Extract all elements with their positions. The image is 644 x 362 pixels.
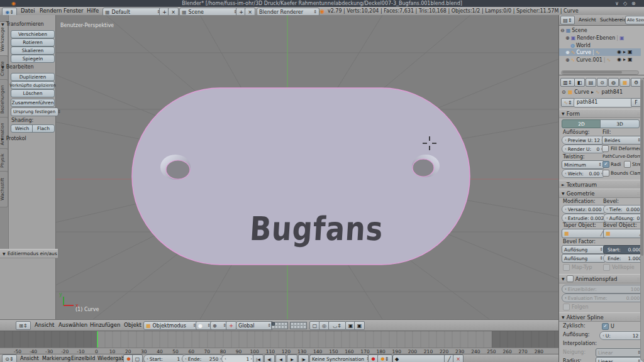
window-minimize-icon[interactable]: ∨ (615, 1, 619, 6)
tab-beziehungen[interactable]: Beziehungen (0, 79, 8, 119)
menu-datei[interactable]: Datei (18, 7, 38, 15)
expand-minus-icon[interactable]: ⊖ (560, 28, 565, 33)
tab-animation[interactable]: Animation (0, 117, 8, 151)
window-maximize-icon[interactable]: ◇ (623, 1, 627, 6)
tab-render-layers-icon[interactable]: ▤ (586, 78, 596, 87)
panel-header-animationspfad[interactable]: ▼ Animationspfad :: (559, 274, 643, 283)
step-left-arrow[interactable]: ‹ (147, 356, 148, 361)
shading-weich-button[interactable]: Weich (11, 124, 33, 133)
fill-caps-checkbox[interactable] (603, 264, 610, 271)
step-left-arrow[interactable]: ‹ (565, 216, 567, 221)
bounds-clamp-checkbox[interactable] (602, 170, 609, 177)
snap-magnet-button[interactable]: ◡⇕ (328, 321, 346, 330)
bevel-resolution-field[interactable]: ‹ Auflösung: 0 › (603, 214, 644, 222)
map-taper-checkbox[interactable] (563, 264, 570, 271)
expand-plus-icon[interactable]: ⊕ (565, 50, 570, 55)
panel-header-geometrie[interactable]: ▼ Geometrie :: (559, 189, 643, 198)
id-type-button[interactable]: ∿⇕ (561, 98, 575, 107)
shading-flach-button[interactable]: Flach (32, 124, 55, 133)
next-keyframe-button[interactable]: |▶ (298, 354, 309, 362)
verschieben-button[interactable]: Verschieben (11, 30, 55, 38)
jump-to-start-button[interactable]: |◀ (253, 354, 264, 362)
step-left-arrow[interactable]: ‹ (565, 138, 567, 143)
frame-start-field[interactable]: ‹ Start: 1 › (143, 354, 186, 362)
outliner-item-curve001[interactable]: ⊕ ∿ Curve.001 | ∿ (565, 57, 611, 63)
spiegeln-button[interactable]: Spiegeln (11, 55, 55, 63)
outliner-item-curve[interactable]: ⊕ ∿ Curve | ∿ (565, 49, 599, 56)
opengl-render-anim-button[interactable]: ▣ (354, 321, 365, 330)
panel-header-editiermodus[interactable]: ▼ Editiermodus ein/aus (0, 249, 58, 258)
selectable-icon[interactable]: ▸ (623, 49, 626, 55)
bevel-object-field[interactable]: ■ ╱ (603, 229, 644, 238)
panel-header-bearbeiten[interactable]: ▼ Bearbeiten (1, 64, 54, 70)
renderable-icon[interactable]: ▣ (628, 49, 633, 55)
timeline-menu-ansicht[interactable]: Ansicht (17, 354, 42, 362)
cyclic-u-checkbox[interactable]: ✓ (602, 323, 609, 330)
keying-set-button[interactable]: ● ⇕ (377, 354, 392, 362)
selectable-icon[interactable]: ▸ (623, 57, 626, 62)
step-left-arrow[interactable]: ‹ (606, 207, 608, 212)
eye-icon[interactable]: ◉ (617, 49, 621, 55)
zusammenfuehren-button[interactable]: Zusammenführen (11, 99, 55, 107)
panel-header-aktiver-spline[interactable]: ▼ Aktiver Spline :: (559, 312, 643, 322)
tab-physik[interactable]: Physik (0, 148, 8, 173)
fill-deformed-checkbox[interactable] (602, 145, 609, 152)
bevel-factor-start-field[interactable]: Start: 0.000 (603, 245, 644, 254)
evaluation-time-field[interactable]: ‹ Evaluation Time: 0.000 › (562, 293, 644, 302)
expand-plus-icon[interactable]: ⊕ (565, 35, 570, 41)
ursprung-festlegen-dropdown[interactable]: Ursprung festlegen ⇕ (11, 107, 58, 116)
outliner-item-scene[interactable]: ⊖ ▦ Scene (560, 27, 587, 34)
render-u-field[interactable]: ‹ Render U: 0 › (562, 145, 606, 153)
layer-cell[interactable] (303, 326, 306, 329)
follow-checkbox[interactable] (563, 304, 570, 310)
duplizieren-button[interactable]: Duplizieren (11, 73, 55, 81)
outliner-menu-ansicht[interactable]: Ansicht (575, 16, 599, 24)
step-left-arrow[interactable]: ‹ (225, 356, 226, 361)
clear-keying-set-button[interactable]: × (453, 354, 464, 362)
bevel-factor-end-field[interactable]: Ende: 1.000 (603, 254, 644, 263)
lock-button[interactable]: ▢ (132, 354, 143, 362)
loeschen-button[interactable]: Löschen (11, 89, 55, 97)
viewport-menu-objekt[interactable]: Objekt (121, 321, 145, 329)
preview-u-field[interactable]: ‹ Preview U: 12 › (562, 136, 606, 145)
skalieren-button[interactable]: Skalieren (11, 47, 55, 55)
viewport-menu-hinzufuegen[interactable]: Hinzufügen (87, 321, 123, 329)
radius-interpolation-dropdown[interactable]: Linear ⇕ (596, 357, 643, 362)
taper-object-field[interactable]: ■ ╱ (562, 229, 606, 238)
tab-wachsstift[interactable]: Wachsstift (0, 171, 8, 207)
expand-plus-icon[interactable]: ⊕ (565, 57, 570, 63)
play-reverse-button[interactable]: ◀ (275, 354, 286, 362)
sync-dropdown[interactable]: Keine Synchronisation ⇕ (309, 354, 369, 362)
play-button[interactable]: ▶ (287, 354, 297, 362)
twisting-dropdown[interactable]: Minimum ⇕ (562, 160, 604, 169)
renderable-icon[interactable]: ▣ (628, 57, 633, 62)
rotieren-button[interactable]: Rotieren (11, 38, 55, 47)
menu-hilfe[interactable]: Hilfe (84, 7, 102, 15)
tab-scene-icon[interactable]: ⊙ (597, 78, 608, 87)
offset-field[interactable]: ‹ Versatz: 0.000 › (562, 205, 607, 214)
eye-icon[interactable]: ◉ (617, 57, 621, 62)
editor-type-3dview-button[interactable]: ⊞⇕ (16, 321, 31, 330)
breadcrumb-object[interactable]: Curve (574, 89, 589, 95)
panel-header-protokoll[interactable]: ► Protokol (1, 136, 54, 141)
viewport-menu-ansicht[interactable]: Ansicht (31, 321, 57, 329)
radius-checkbox[interactable]: ✓ (602, 161, 609, 168)
editor-type-timeline-button[interactable]: ⊙⇕ (2, 354, 17, 362)
step-left-arrow[interactable]: ‹ (565, 207, 567, 212)
bevel-factor-end-mapping[interactable]: Auflösung ⇕ (562, 254, 606, 263)
current-frame-field[interactable]: ‹ 1 › (221, 354, 255, 362)
frame-end-field[interactable]: ‹ Ende: 250 › (182, 354, 225, 362)
editor-type-properties-button[interactable]: ▥⇕ (560, 78, 575, 87)
mode-dropdown[interactable]: ■ Objektmodus ⇕ (143, 321, 199, 330)
active-keying-set-field[interactable]: ◆ (392, 354, 448, 362)
panel-header-form[interactable]: ▼ Form :: (559, 109, 643, 118)
extrude-field[interactable]: ‹ Extrudie: 0.002 › (562, 214, 607, 222)
outliner-scrollbar[interactable] (561, 70, 639, 75)
stretch-checkbox[interactable] (624, 161, 631, 168)
datablock-name-input[interactable]: path841 (574, 98, 633, 107)
step-left-arrow[interactable]: ‹ (602, 333, 604, 338)
verknuepfte-duplizieren-button[interactable]: Verknüpfte duplizieren (11, 81, 55, 89)
panel-header-texturraum[interactable]: ► Texturraum :: (559, 180, 643, 189)
step-left-arrow[interactable]: ‹ (185, 356, 187, 361)
window-close-icon[interactable]: ⊗ (631, 1, 636, 6)
